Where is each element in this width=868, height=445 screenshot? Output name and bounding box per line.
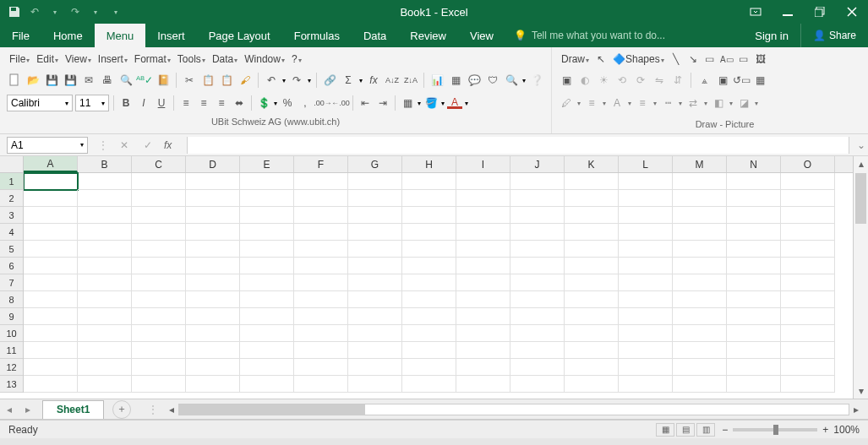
cell[interactable] (565, 207, 619, 224)
cell[interactable] (456, 376, 510, 393)
cell[interactable] (78, 359, 132, 376)
cell[interactable] (781, 359, 835, 376)
cell[interactable] (673, 291, 727, 308)
cell[interactable] (294, 291, 348, 308)
cell[interactable] (565, 241, 619, 258)
hscroll-thumb[interactable] (179, 404, 365, 415)
cell[interactable] (565, 376, 619, 393)
sheet-tab-active[interactable]: Sheet1 (42, 400, 104, 419)
cell[interactable] (78, 190, 132, 207)
cancel-formula-icon[interactable]: ✕ (117, 138, 132, 153)
menu-draw[interactable]: Draw▾ (559, 53, 592, 65)
cell[interactable] (781, 241, 835, 258)
flip-v-icon[interactable]: ⇵ (670, 73, 685, 88)
ar-dd-icon[interactable]: ▾ (704, 100, 707, 107)
zoom-out-icon[interactable]: − (722, 424, 728, 436)
callout-icon[interactable]: ▭ (736, 52, 751, 67)
tab-page-layout[interactable]: Page Layout (197, 24, 282, 47)
cell[interactable] (565, 359, 619, 376)
col-header[interactable]: B (78, 156, 132, 172)
col-header[interactable]: F (294, 156, 348, 172)
percent-icon[interactable]: % (280, 95, 295, 111)
zoom-icon[interactable]: 🔍 (504, 73, 519, 88)
undo-dropdown-icon[interactable]: ▾ (47, 4, 63, 19)
row-header[interactable]: 2 (0, 190, 23, 207)
line-style-icon[interactable]: ≡ (584, 95, 599, 111)
menu-window[interactable]: Window▾ (242, 53, 287, 65)
cell[interactable] (348, 224, 402, 241)
cell[interactable] (402, 207, 456, 224)
w-dd-icon[interactable]: ▾ (653, 100, 657, 107)
merge-icon[interactable]: ⬌ (232, 95, 247, 111)
cell[interactable] (186, 325, 240, 342)
cell[interactable] (456, 173, 510, 190)
cell[interactable] (132, 274, 186, 291)
sort-desc-icon[interactable]: Z↓A (403, 73, 418, 88)
menu-view[interactable]: View▾ (63, 53, 94, 65)
cell[interactable] (240, 224, 294, 241)
enter-formula-icon[interactable]: ✓ (140, 138, 156, 153)
cell[interactable] (186, 207, 240, 224)
paste-icon[interactable]: 📋 (219, 73, 234, 88)
col-header[interactable]: H (402, 156, 456, 172)
align-right-icon[interactable]: ≡ (214, 95, 229, 111)
cell[interactable] (510, 173, 565, 190)
cell[interactable] (294, 241, 348, 258)
copy-icon[interactable]: 📋 (200, 73, 216, 88)
tab-data[interactable]: Data (352, 24, 398, 47)
cell[interactable] (510, 190, 565, 207)
cell[interactable] (673, 342, 727, 359)
textbox-icon[interactable]: A▭ (719, 52, 734, 67)
cell[interactable] (727, 190, 781, 207)
cell[interactable] (132, 173, 186, 190)
share-button[interactable]: 👤Share (800, 24, 868, 47)
cell[interactable] (510, 207, 565, 224)
cell[interactable] (348, 376, 402, 393)
cell[interactable] (132, 207, 186, 224)
cell[interactable] (186, 173, 240, 190)
currency-dd-icon[interactable]: ▾ (274, 100, 277, 107)
menu-format[interactable]: Format▾ (132, 53, 173, 65)
cell[interactable] (78, 207, 132, 224)
pivot-icon[interactable]: ▦ (448, 73, 463, 88)
cell[interactable] (348, 274, 402, 291)
cell[interactable] (24, 274, 78, 291)
cell[interactable] (24, 207, 78, 224)
undo-icon[interactable]: ↶ (264, 73, 279, 88)
cell[interactable] (510, 308, 565, 325)
cell[interactable] (78, 325, 132, 342)
research-icon[interactable]: 📔 (156, 73, 171, 88)
select-all-corner[interactable] (0, 156, 24, 173)
cell[interactable] (781, 258, 835, 274)
redo-dd-icon[interactable]: ▾ (308, 77, 311, 84)
menu-insert[interactable]: Insert▾ (96, 53, 130, 65)
bold-icon[interactable]: B (118, 95, 134, 111)
text-a-icon[interactable]: A (609, 95, 625, 111)
cell[interactable] (186, 308, 240, 325)
col-header[interactable]: D (186, 156, 240, 172)
bright-icon[interactable]: ☀ (596, 73, 611, 88)
cell[interactable] (402, 291, 456, 308)
col-header[interactable]: M (673, 156, 727, 172)
fontcolor-dd-icon[interactable]: ▾ (465, 100, 468, 107)
cell[interactable] (510, 258, 565, 274)
menu-file[interactable]: File▾ (7, 53, 32, 65)
cell[interactable] (673, 359, 727, 376)
cell[interactable] (402, 376, 456, 393)
cell[interactable] (78, 291, 132, 308)
cell[interactable] (727, 207, 781, 224)
cell[interactable] (186, 359, 240, 376)
cell[interactable] (673, 308, 727, 325)
col-header[interactable]: K (565, 156, 619, 172)
row-header[interactable]: 12 (0, 359, 23, 376)
cell[interactable] (402, 325, 456, 342)
mail-icon[interactable]: ✉ (81, 73, 96, 88)
cell[interactable] (510, 291, 565, 308)
flip-h-icon[interactable]: ⇋ (652, 73, 667, 88)
cell[interactable] (132, 359, 186, 376)
cell[interactable] (294, 376, 348, 393)
picture-icon[interactable]: 🖼 (753, 52, 768, 67)
cell[interactable] (456, 224, 510, 241)
tab-file[interactable]: File (0, 24, 41, 47)
cell[interactable] (402, 190, 456, 207)
